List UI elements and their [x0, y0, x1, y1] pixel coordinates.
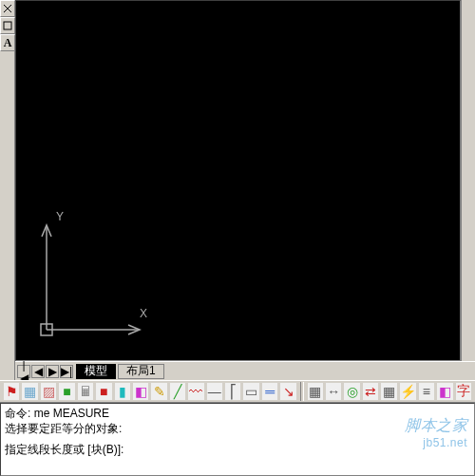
- target-button[interactable]: ◎: [343, 382, 360, 401]
- main-toolbar: ⚑▦▨■🖩■▮◧✎╱〰—⎡▭═↘▦↔◎⇄▦⚡≡◧字: [0, 380, 475, 403]
- rect-icon: ▭: [245, 384, 257, 399]
- pencil-button[interactable]: ✎: [150, 382, 167, 401]
- command-line: 命令: me MEASURE: [5, 406, 470, 421]
- pipe-blue-button[interactable]: ═: [261, 382, 278, 401]
- left-tool-button[interactable]: A: [0, 34, 15, 51]
- flash-button[interactable]: ⚡: [399, 382, 417, 401]
- next-icon: ▶: [48, 365, 57, 378]
- flag-red-icon: ⚑: [6, 384, 18, 399]
- arrow-red-icon: ↘: [283, 384, 294, 399]
- tab-model[interactable]: 模型: [76, 364, 116, 379]
- grid2-button[interactable]: ▦: [380, 382, 397, 401]
- bracket-icon: ⎡: [230, 384, 237, 399]
- line-green-button[interactable]: ╱: [169, 382, 186, 401]
- curve-icon: 〰: [189, 384, 202, 399]
- calc-icon: 🖩: [79, 384, 92, 399]
- tab-first-button[interactable]: |◀: [17, 365, 30, 378]
- prev-icon: ◀: [34, 365, 43, 378]
- target-icon: ◎: [347, 384, 358, 399]
- grid-icon: ▦: [24, 384, 36, 399]
- ucs-y-label: Y: [56, 210, 64, 223]
- dim-button[interactable]: ↔: [325, 382, 342, 401]
- palette-icon: ◧: [439, 384, 451, 399]
- left-tool-button[interactable]: [0, 17, 15, 34]
- curve-button[interactable]: 〰: [187, 382, 204, 401]
- swap-button[interactable]: ⇄: [362, 382, 379, 401]
- tab-layout1[interactable]: 布局1: [118, 364, 164, 379]
- grid2-icon: ▦: [383, 384, 395, 399]
- left-tool-button[interactable]: [0, 0, 15, 17]
- tag-cyan-icon: ▮: [119, 384, 126, 399]
- palette-button[interactable]: ◧: [436, 382, 453, 401]
- svg-rect-0: [4, 22, 11, 29]
- arrow-red-button[interactable]: ↘: [279, 382, 296, 401]
- text-button[interactable]: 字: [455, 382, 472, 401]
- hatch-button[interactable]: ▨: [40, 382, 57, 401]
- last-icon: ▶|: [61, 365, 72, 378]
- tab-label: 布局1: [126, 363, 156, 379]
- rect-button[interactable]: ▭: [242, 382, 259, 401]
- table-button[interactable]: ▦: [307, 382, 324, 401]
- toolbar-separator: [300, 382, 304, 401]
- ucs-icon: Y X: [33, 219, 157, 343]
- color-picker-button[interactable]: ◧: [132, 382, 149, 401]
- flag-red-button[interactable]: ⚑: [3, 382, 20, 401]
- tab-prev-button[interactable]: ◀: [31, 365, 45, 378]
- square-green-icon: ■: [63, 384, 70, 399]
- pipe-blue-icon: ═: [265, 384, 275, 399]
- lines-icon: ≡: [423, 384, 430, 399]
- table-icon: ▦: [309, 384, 321, 399]
- left-toolbar: A: [0, 0, 15, 380]
- lines-button[interactable]: ≡: [418, 382, 435, 401]
- calc-button[interactable]: 🖩: [77, 382, 94, 401]
- color-picker-icon: ◧: [135, 384, 147, 399]
- tab-last-button[interactable]: ▶|: [60, 365, 73, 378]
- pencil-icon: ✎: [154, 384, 165, 399]
- tab-next-button[interactable]: ▶: [46, 365, 59, 378]
- text-a-icon: A: [4, 36, 12, 50]
- ucs-x-label: X: [140, 307, 147, 320]
- command-window[interactable]: 命令: me MEASURE 选择要定距等分的对象: 指定线段长度或 [块(B)…: [0, 403, 475, 476]
- flash-icon: ⚡: [400, 384, 416, 399]
- command-prompt: 指定线段长度或 [块(B)]:: [5, 442, 470, 457]
- tool-icon: [3, 4, 12, 13]
- grid-button[interactable]: ▦: [21, 382, 38, 401]
- text-icon: 字: [457, 383, 470, 400]
- dim-icon: ↔: [327, 384, 340, 399]
- line-button[interactable]: —: [206, 382, 223, 401]
- drawing-canvas[interactable]: Y X: [15, 0, 461, 361]
- command-line: 选择要定距等分的对象:: [5, 421, 470, 436]
- bracket-button[interactable]: ⎡: [224, 382, 241, 401]
- line-icon: —: [208, 384, 221, 399]
- hatch-icon: ▨: [43, 384, 55, 399]
- swap-icon: ⇄: [365, 384, 376, 399]
- layout-tabs-bar: |◀ ◀ ▶ ▶| 模型 布局1: [15, 361, 475, 380]
- disk-red-button[interactable]: ■: [95, 382, 112, 401]
- tag-cyan-button[interactable]: ▮: [114, 382, 131, 401]
- tab-label: 模型: [85, 363, 107, 379]
- square-green-button[interactable]: ■: [58, 382, 75, 401]
- vertical-scrollbar[interactable]: [461, 0, 475, 361]
- disk-red-icon: ■: [100, 384, 107, 399]
- line-green-icon: ╱: [174, 384, 181, 399]
- tool-icon: [3, 21, 12, 30]
